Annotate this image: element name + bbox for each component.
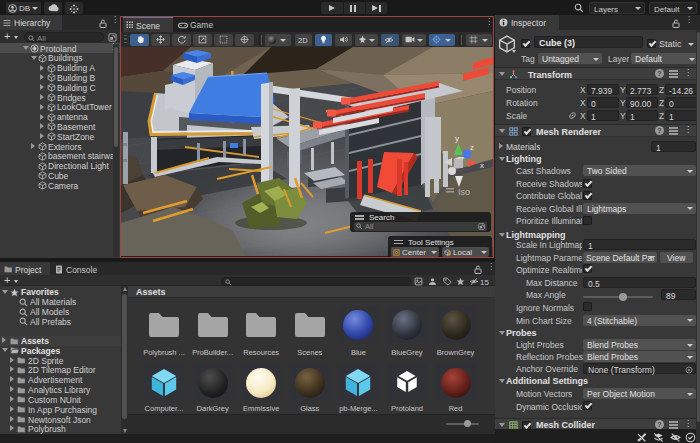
svg-text:Iso: Iso (458, 187, 470, 197)
svg-text:x: x (480, 161, 484, 170)
svg-text:z: z (470, 143, 474, 152)
svg-text:y: y (455, 134, 459, 143)
